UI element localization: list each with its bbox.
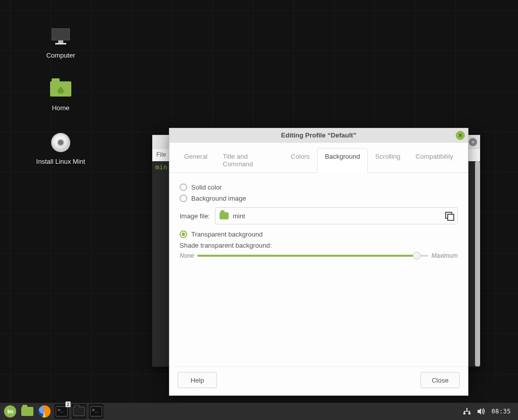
dialog-close-button[interactable]: × — [456, 131, 465, 140]
slider-thumb[interactable] — [413, 252, 421, 260]
background-tab-body: Solid color Background image Image file:… — [169, 173, 468, 366]
tab-general[interactable]: General — [177, 148, 215, 173]
folder-icon — [21, 407, 33, 416]
dialog-footer: Help Close — [169, 366, 468, 395]
image-file-value: mint — [233, 212, 245, 220]
system-tray: 08:35 — [463, 408, 515, 415]
image-file-label: Image file: — [180, 212, 210, 220]
radio-background-image[interactable] — [180, 195, 187, 202]
menu-button[interactable] — [3, 404, 17, 418]
close-icon[interactable]: × — [469, 138, 477, 146]
desktop-icon-label: Computer — [28, 52, 94, 59]
taskbar-terminal[interactable]: 2 — [55, 404, 69, 418]
shade-label: Shade transparent background: — [180, 242, 458, 249]
desktop-icon-label: Home — [28, 104, 94, 112]
desktop-icon-computer[interactable]: Computer — [28, 24, 94, 59]
profile-editor-dialog: Editing Profile “Default” × General Titl… — [169, 128, 468, 396]
desktop-icon-install[interactable]: Install Linux Mint — [28, 130, 94, 165]
desktop-icon-home[interactable]: Home — [28, 77, 94, 112]
files-launcher[interactable] — [20, 404, 34, 418]
radio-transparent-background[interactable] — [180, 230, 187, 238]
folder-icon — [220, 212, 229, 219]
mint-logo-icon — [4, 405, 16, 417]
slider-min-label: None — [180, 252, 194, 259]
slider-max-label: Maximum — [431, 252, 458, 259]
taskbar-terminal-2[interactable] — [89, 404, 103, 418]
taskbar-files[interactable] — [72, 404, 86, 418]
dialog-tabs: General Title and Command Colors Backgro… — [169, 143, 468, 173]
dialog-title: Editing Profile “Default” — [281, 131, 357, 139]
dialog-titlebar[interactable]: Editing Profile “Default” × — [169, 128, 468, 143]
terminal-icon — [56, 406, 68, 416]
svg-rect-6 — [467, 410, 468, 411]
terminal-count-badge: 2 — [65, 401, 71, 407]
network-icon[interactable] — [463, 408, 471, 415]
terminal-scrollbar[interactable] — [475, 161, 480, 366]
panel: 2 08:35 — [0, 403, 518, 420]
transparency-slider[interactable] — [197, 251, 428, 261]
radio-solid-color-label: Solid color — [191, 183, 222, 191]
close-button[interactable]: Close — [420, 372, 460, 388]
panel-clock[interactable]: 08:35 — [491, 408, 511, 415]
computer-icon — [49, 24, 73, 49]
radio-background-image-label: Background image — [191, 195, 246, 202]
install-cd-icon — [49, 130, 73, 155]
firefox-icon — [38, 405, 51, 417]
volume-icon[interactable] — [477, 408, 485, 415]
firefox-launcher[interactable] — [37, 404, 52, 418]
radio-solid-color[interactable] — [180, 183, 187, 191]
image-file-chooser[interactable]: mint — [215, 207, 458, 224]
terminal-menu-file[interactable]: File — [156, 151, 166, 158]
tab-scrolling[interactable]: Scrolling — [368, 148, 408, 173]
terminal-icon — [90, 406, 102, 416]
tab-background[interactable]: Background — [317, 148, 367, 173]
tab-title-command[interactable]: Title and Command — [215, 148, 283, 173]
files-icon — [73, 407, 85, 416]
svg-marker-7 — [478, 408, 481, 414]
radio-transparent-background-label: Transparent background — [191, 230, 263, 238]
svg-rect-4 — [464, 411, 465, 413]
svg-rect-5 — [469, 411, 470, 413]
terminal-prompt: min — [155, 163, 167, 171]
home-folder-icon — [49, 77, 73, 101]
desktop-icon-label: Install Linux Mint — [28, 158, 94, 165]
tab-colors[interactable]: Colors — [283, 148, 318, 173]
help-button[interactable]: Help — [178, 372, 217, 388]
tab-compatibility[interactable]: Compatibility — [408, 148, 461, 173]
open-dialog-icon — [445, 212, 453, 220]
